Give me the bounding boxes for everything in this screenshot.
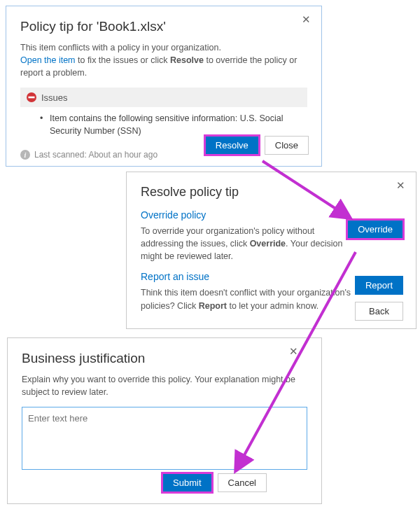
- close-icon[interactable]: ✕: [393, 178, 409, 193]
- back-button[interactable]: Back: [355, 302, 403, 321]
- close-icon[interactable]: ✕: [298, 12, 314, 27]
- issues-header: Issues: [20, 88, 307, 107]
- cancel-button[interactable]: Cancel: [218, 473, 267, 492]
- report-heading: Report an issue: [141, 271, 358, 282]
- last-scanned-text: Last scanned: About an hour ago: [34, 150, 158, 160]
- report-description: Think this item doesn't conflict with yo…: [141, 286, 358, 312]
- close-icon[interactable]: ✕: [286, 344, 302, 359]
- dialog-description: Explain why you want to override this po…: [22, 373, 307, 398]
- issues-label: Issues: [41, 92, 68, 103]
- submit-button[interactable]: Submit: [162, 473, 211, 492]
- resolve-button[interactable]: Resolve: [205, 136, 259, 155]
- policy-tip-dialog: ✕ Policy tip for 'Book1.xlsx' This item …: [6, 6, 322, 167]
- dialog-title: Policy tip for 'Book1.xlsx': [20, 19, 307, 34]
- no-entry-icon: [26, 92, 37, 103]
- close-button[interactable]: Close: [265, 136, 309, 155]
- dialog-title: Resolve policy tip: [141, 185, 402, 200]
- override-description: To override your organization's policy w…: [141, 225, 358, 263]
- dialog-title: Business justification: [22, 351, 307, 366]
- svg-rect-1: [29, 97, 35, 99]
- resolve-policy-dialog: ✕ Resolve policy tip Override policy To …: [126, 172, 416, 329]
- justification-input[interactable]: [22, 407, 307, 470]
- override-button[interactable]: Override: [347, 220, 403, 239]
- business-justification-dialog: ✕ Business justification Explain why you…: [7, 337, 322, 504]
- issue-list-item: Item contains the following sensitive in…: [40, 113, 307, 137]
- info-icon: i: [20, 150, 30, 160]
- open-item-link[interactable]: Open the item: [20, 55, 76, 65]
- override-heading: Override policy: [141, 209, 358, 221]
- report-button[interactable]: Report: [355, 276, 403, 295]
- dialog-description: This item conflicts with a policy in you…: [20, 41, 307, 79]
